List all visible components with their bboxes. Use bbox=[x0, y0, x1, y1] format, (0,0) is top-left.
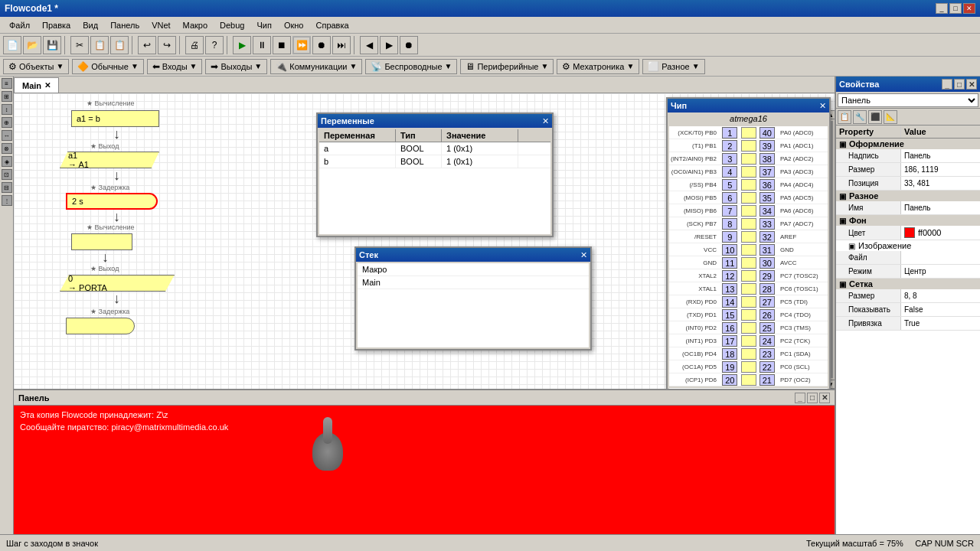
variables-close-button[interactable]: ✕ bbox=[542, 116, 549, 126]
sidebar-icon-5[interactable]: ↔ bbox=[2, 130, 12, 141]
sidebar-icon-1[interactable]: ≡ bbox=[2, 78, 12, 89]
props-icon-3[interactable]: ⬛ bbox=[868, 110, 882, 124]
maximize-button[interactable]: □ bbox=[949, 3, 962, 14]
delay-box-1[interactable]: 2 s bbox=[66, 193, 158, 210]
step-into-button[interactable]: ⏩ bbox=[292, 36, 311, 54]
prop-section-image[interactable]: ▣ Изображение bbox=[836, 240, 980, 251]
pin-num-left-13: 13 bbox=[722, 283, 737, 295]
panel-select-dropdown[interactable]: Панель bbox=[838, 93, 978, 107]
copy-button[interactable]: 📋 bbox=[90, 36, 109, 54]
record-button[interactable]: ⏺ bbox=[400, 36, 418, 54]
exit-box-2[interactable]: 0→ PORTA bbox=[60, 275, 175, 292]
undo-button[interactable]: ↩ bbox=[138, 36, 156, 54]
comp-inputs[interactable]: ⬅Входы ▼ bbox=[147, 59, 203, 74]
play-button[interactable]: ▶ bbox=[233, 36, 251, 54]
menu-macro[interactable]: Макро bbox=[177, 19, 214, 31]
sidebar-icon-3[interactable]: ↕ bbox=[2, 104, 12, 115]
panel-close-btn[interactable]: ✕ bbox=[819, 393, 830, 403]
comp-objects[interactable]: ⚙Объекты ▼ bbox=[3, 59, 69, 74]
prop-val-color[interactable]: ff0000 bbox=[901, 226, 980, 240]
chip-diagram[interactable]: (XCK/T0) PB0 1 40 PA0 (ADC0) (T1) PB1 2 … bbox=[669, 126, 828, 386]
menu-file[interactable]: Файл bbox=[3, 19, 36, 31]
sidebar-icon-4[interactable]: ⊕ bbox=[2, 117, 12, 128]
pin-num-left-20: 20 bbox=[722, 374, 737, 386]
prop-val-size-grid[interactable]: 8, 8 bbox=[901, 289, 980, 302]
open-button[interactable]: 📂 bbox=[23, 36, 41, 54]
prop-section-bg[interactable]: ▣ Фон bbox=[836, 215, 980, 226]
tab-main[interactable]: Main ✕ bbox=[14, 77, 59, 93]
prop-section-grid[interactable]: ▣ Сетка bbox=[836, 279, 980, 289]
menu-help[interactable]: Справка bbox=[309, 19, 354, 31]
new-button[interactable]: 📄 bbox=[3, 36, 21, 54]
comp-peripheral[interactable]: 🖥Периферийные ▼ bbox=[460, 59, 554, 74]
save-button[interactable]: 💾 bbox=[43, 36, 61, 54]
menu-chip[interactable]: Чип bbox=[250, 19, 277, 31]
props-icon-2[interactable]: 🔧 bbox=[853, 110, 867, 124]
chip-pin-row-7: (MISO) PB6 7 34 PA6 (ADC6) bbox=[669, 204, 828, 217]
prop-val-show-grid[interactable]: False bbox=[901, 303, 980, 316]
menu-edit[interactable]: Правка bbox=[36, 19, 77, 31]
prop-section-misc[interactable]: ▣ Разное bbox=[836, 191, 980, 201]
delay-box-2[interactable] bbox=[66, 318, 135, 334]
minimize-button[interactable]: _ bbox=[936, 3, 948, 14]
prop-val-rezim[interactable]: Центр bbox=[901, 265, 980, 278]
props-float-btn[interactable]: □ bbox=[954, 79, 965, 90]
menu-window[interactable]: Окно bbox=[278, 19, 310, 31]
close-button[interactable]: ✕ bbox=[963, 3, 975, 14]
step-over-button[interactable]: ⏺ bbox=[312, 36, 331, 54]
stop-button[interactable]: ⏹ bbox=[273, 36, 291, 54]
prop-val-poziciya[interactable]: 33, 481 bbox=[901, 177, 980, 190]
stack-close-button[interactable]: ✕ bbox=[580, 250, 587, 260]
comp-comms[interactable]: 🔌Коммуникации ▼ bbox=[270, 59, 362, 74]
joystick-component[interactable] bbox=[305, 421, 351, 482]
comp-misc[interactable]: ⬜Разное ▼ bbox=[642, 59, 704, 74]
sidebar-icon-2[interactable]: ⊞ bbox=[2, 91, 12, 102]
props-close-btn[interactable]: ✕ bbox=[966, 79, 977, 90]
exit-box-1[interactable]: a1→ A1 bbox=[60, 152, 159, 168]
step-out-button[interactable]: ⏭ bbox=[332, 36, 351, 54]
redo-button[interactable]: ↪ bbox=[158, 36, 176, 54]
menu-vnet[interactable]: VNet bbox=[145, 19, 176, 31]
sidebar-icon-10[interactable]: ⋮ bbox=[2, 195, 12, 206]
calc-box-2[interactable] bbox=[71, 233, 132, 250]
comp-wireless[interactable]: 📡Беспроводные ▼ bbox=[365, 59, 457, 74]
sidebar-icon-8[interactable]: ⊡ bbox=[2, 169, 12, 180]
cut-button[interactable]: ✂ bbox=[70, 36, 89, 54]
sidebar-icon-9[interactable]: ⊟ bbox=[2, 182, 12, 193]
sidebar-icon-7[interactable]: ◈ bbox=[2, 156, 12, 167]
panel-float-btn[interactable]: □ bbox=[807, 393, 818, 403]
panel-minimize-btn[interactable]: _ bbox=[795, 393, 805, 403]
panel-toggle-button[interactable]: ◀ bbox=[360, 36, 378, 54]
panel-view-button[interactable]: ▶ bbox=[380, 36, 398, 54]
comp-outputs[interactable]: ➡Выходы ▼ bbox=[205, 59, 267, 74]
prop-val-razmer1[interactable]: 186, 1119 bbox=[901, 163, 980, 176]
paste-button[interactable]: 📋 bbox=[110, 36, 129, 54]
print-button[interactable]: 🖨 bbox=[185, 36, 204, 54]
menu-debug[interactable]: Debug bbox=[214, 19, 250, 31]
menu-view[interactable]: Вид bbox=[77, 19, 104, 31]
pin-center-20 bbox=[741, 374, 756, 386]
help-button[interactable]: ? bbox=[205, 36, 224, 54]
toolbar-separator-2 bbox=[132, 36, 135, 54]
prop-row-rezim: Режим Центр bbox=[836, 265, 980, 279]
prop-section-design[interactable]: ▣ Оформление bbox=[836, 139, 980, 149]
props-minimize-btn[interactable]: _ bbox=[942, 79, 952, 90]
pause-button[interactable]: ⏸ bbox=[253, 36, 271, 54]
calc-box-1[interactable]: a1 = b bbox=[71, 110, 159, 127]
sidebar-icon-6[interactable]: ⊗ bbox=[2, 143, 12, 154]
properties-table: ▣ Оформление Надпись Панель Размер 186, … bbox=[836, 139, 980, 534]
props-icon-4[interactable]: 📐 bbox=[884, 110, 897, 124]
menu-panel[interactable]: Панель bbox=[104, 19, 145, 31]
chip-close-button[interactable]: ✕ bbox=[819, 101, 826, 111]
props-icon-1[interactable]: 📋 bbox=[838, 110, 851, 124]
prop-val-snap-grid[interactable]: True bbox=[901, 317, 980, 330]
tab-close-icon[interactable]: ✕ bbox=[44, 81, 51, 90]
pin-num-left-6: 6 bbox=[722, 192, 737, 204]
stack-item-macro: Макро bbox=[358, 263, 589, 276]
prop-val-imya[interactable]: Панель bbox=[901, 201, 980, 214]
comp-mechatronics[interactable]: ⚙Мехатроника ▼ bbox=[557, 59, 639, 74]
prop-val-nadpis[interactable]: Панель bbox=[901, 149, 980, 162]
flowchart-canvas[interactable]: ★ Вычисление a1 = b ↓ ★ Выход a1→ A1 ↓ ★… bbox=[14, 93, 835, 389]
prop-val-file[interactable] bbox=[901, 251, 980, 264]
comp-ordinary[interactable]: 🔶Обычные ▼ bbox=[72, 59, 144, 74]
